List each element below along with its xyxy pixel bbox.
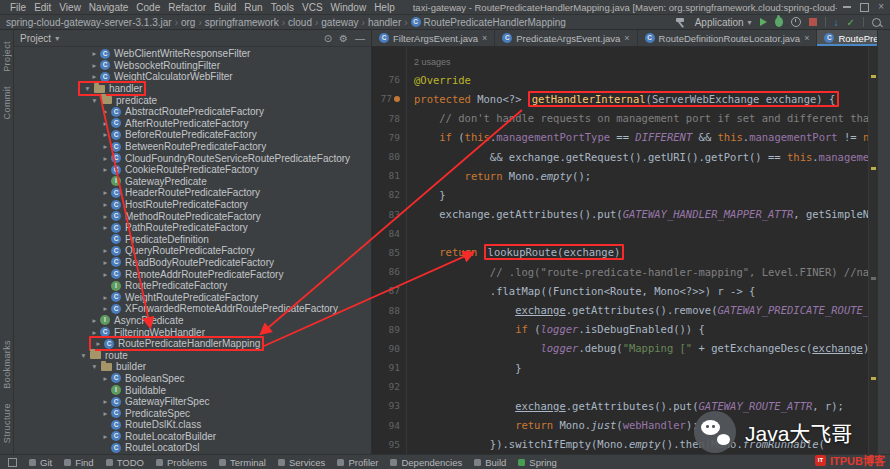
tree-item-builder[interactable]: ▾builder: [14, 361, 371, 373]
inspection-mark[interactable]: [871, 167, 876, 170]
chevron-icon[interactable]: ▸: [100, 119, 111, 128]
tree-item-RouteDslKt.class[interactable]: CRouteDslKt.class: [14, 419, 371, 431]
breadcrumb-item[interactable]: CRoutePredicateHandlerMapping: [411, 17, 566, 28]
tree-item-HeaderRoutePredicateFactory[interactable]: ▸CHeaderRoutePredicateFactory: [14, 187, 371, 199]
breadcrumb-item[interactable]: org: [181, 17, 195, 28]
tree-item-CookieRoutePredicateFactory[interactable]: ▸CCookieRoutePredicateFactory: [14, 164, 371, 176]
breadcrumb-item[interactable]: gateway: [321, 17, 358, 28]
chevron-icon[interactable]: ▸: [93, 339, 104, 348]
project-panel-header[interactable]: Project ▾ ⊙ ⚙ —: [14, 30, 371, 47]
chevron-icon[interactable]: ▸: [100, 212, 111, 221]
settings-gear-icon[interactable]: ⚙: [339, 33, 348, 44]
close-icon[interactable]: ×: [624, 33, 629, 43]
tree-item-RouteLocatorDsl[interactable]: CRouteLocatorDsl: [14, 442, 371, 454]
tree-item-AsyncPredicate[interactable]: ▸IAsyncPredicate: [14, 315, 371, 327]
tree-item-HostRoutePredicateFactory[interactable]: ▸CHostRoutePredicateFactory: [14, 199, 371, 211]
tree-item-WeightRoutePredicateFactory[interactable]: ▸CWeightRoutePredicateFactory: [14, 291, 371, 303]
chevron-icon[interactable]: ▸: [100, 409, 111, 418]
statusbar-services[interactable]: Services: [278, 457, 325, 468]
tree-item-QueryRoutePredicateFactory[interactable]: ▸CQueryRoutePredicateFactory: [14, 245, 371, 257]
statusbar-find[interactable]: Find: [64, 457, 93, 468]
tree-item-GatewayFilterSpec[interactable]: ▸CGatewayFilterSpec: [14, 396, 371, 408]
statusbar-build[interactable]: Build: [474, 457, 506, 468]
tree-item-handler[interactable]: ▾handler: [14, 83, 371, 95]
statusbar-git[interactable]: Git: [29, 457, 52, 468]
statusbar-spring[interactable]: Spring: [518, 457, 556, 468]
statusbar-problems[interactable]: Problems: [156, 457, 207, 468]
breadcrumb-item[interactable]: cloud: [288, 17, 312, 28]
debug-icon[interactable]: [775, 17, 783, 27]
close-icon[interactable]: ×: [804, 33, 809, 43]
tree-item-RoutePredicateFactory[interactable]: IRoutePredicateFactory: [14, 280, 371, 292]
chevron-icon[interactable]: ▸: [100, 107, 111, 116]
git-update-icon[interactable]: ↓: [834, 17, 839, 28]
tree-item-Buildable[interactable]: IBuildable: [14, 384, 371, 396]
chevron-icon[interactable]: ▾: [89, 96, 100, 105]
breadcrumb-item[interactable]: springframework: [205, 17, 279, 28]
error-stripe[interactable]: [868, 47, 877, 454]
menu-file[interactable]: File: [6, 2, 30, 13]
chevron-icon[interactable]: ▸: [100, 270, 111, 279]
tree-item-XForwardedRemoteAddrRoutePredicateFactory[interactable]: ▸CXForwardedRemoteAddrRoutePredicateFact…: [14, 303, 371, 315]
inspection-mark[interactable]: [871, 75, 876, 78]
tab-RoutePredicateHandlerMapping.java[interactable]: CRoutePredicateHandlerMapping.java×: [817, 30, 877, 46]
chevron-icon[interactable]: ▸: [100, 246, 111, 255]
tool-window-toggle-icon[interactable]: [8, 458, 17, 467]
chevron-icon[interactable]: ▸: [100, 188, 111, 197]
breadcrumb-item[interactable]: handler: [368, 17, 401, 28]
menu-edit[interactable]: Edit: [30, 2, 55, 13]
statusbar-todo[interactable]: TODO: [106, 457, 144, 468]
menu-view[interactable]: View: [55, 2, 85, 13]
chevron-icon[interactable]: ▾: [78, 351, 89, 360]
minimize-icon[interactable]: [843, 6, 851, 8]
git-commit-icon[interactable]: ✓: [847, 17, 855, 28]
build-hammer-icon[interactable]: [675, 17, 687, 28]
tab-PredicateArgsEvent.java[interactable]: CPredicateArgsEvent.java×: [495, 30, 637, 46]
chevron-icon[interactable]: ▸: [100, 374, 111, 383]
breadcrumb-item[interactable]: spring-cloud-gateway-server-3.1.3.jar: [6, 17, 172, 28]
menu-refactor[interactable]: Refactor: [164, 2, 210, 13]
close-icon[interactable]: ×: [482, 33, 487, 43]
stop-icon[interactable]: [809, 18, 817, 26]
tree-item-PredicateSpec[interactable]: ▸CPredicateSpec: [14, 407, 371, 419]
tool-button-bookmarks[interactable]: Bookmarks: [2, 340, 12, 389]
tree-item-PredicateDefinition[interactable]: CPredicateDefinition: [14, 234, 371, 246]
chevron-icon[interactable]: ▸: [89, 61, 100, 70]
tree-item-RoutePredicateHandlerMapping[interactable]: ▸CRoutePredicateHandlerMapping: [14, 338, 371, 350]
tree-item-predicate[interactable]: ▾predicate: [14, 94, 371, 106]
chevron-icon[interactable]: ▸: [100, 223, 111, 232]
menu-window[interactable]: Window: [327, 2, 371, 13]
tool-button-commit[interactable]: Commit: [2, 86, 12, 119]
chevron-icon[interactable]: ▸: [100, 165, 111, 174]
chevron-icon[interactable]: ▸: [100, 130, 111, 139]
tree-item-AfterRoutePredicateFactory[interactable]: ▸CAfterRoutePredicateFactory: [14, 118, 371, 130]
chevron-icon[interactable]: ▸: [100, 304, 111, 313]
menu-navigate[interactable]: Navigate: [85, 2, 132, 13]
tab-RouteDefinitionRouteLocator.java[interactable]: CRouteDefinitionRouteLocator.java×: [638, 30, 818, 46]
chevron-icon[interactable]: ▸: [89, 49, 100, 58]
menu-tools[interactable]: Tools: [267, 2, 298, 13]
chevron-icon[interactable]: ▸: [100, 258, 111, 267]
chevron-icon[interactable]: ▸: [89, 316, 100, 325]
locate-icon[interactable]: ⊙: [324, 33, 332, 44]
statusbar-terminal[interactable]: Terminal: [219, 457, 266, 468]
chevron-icon[interactable]: ▸: [100, 293, 111, 302]
close-icon[interactable]: ×: [878, 2, 884, 12]
menu-build[interactable]: Build: [210, 2, 240, 13]
maximize-icon[interactable]: [860, 3, 869, 12]
menu-code[interactable]: Code: [132, 2, 164, 13]
chevron-icon[interactable]: ▾: [89, 362, 100, 371]
statusbar-dependencies[interactable]: Dependencies: [390, 457, 462, 468]
chevron-icon[interactable]: ▸: [100, 397, 111, 406]
tree-item-AbstractRoutePredicateFactory[interactable]: ▸CAbstractRoutePredicateFactory: [14, 106, 371, 118]
menu-help[interactable]: Help: [370, 2, 399, 13]
search-icon[interactable]: [872, 18, 881, 27]
tree-item-WebClientWriteResponseFilter[interactable]: ▸CWebClientWriteResponseFilter: [14, 48, 371, 60]
tree-item-GatewayPredicate[interactable]: IGatewayPredicate: [14, 176, 371, 188]
chevron-icon[interactable]: ▸: [100, 200, 111, 209]
chevron-icon[interactable]: ▸: [100, 154, 111, 163]
tree-item-WebsocketRoutingFilter[interactable]: ▸CWebsocketRoutingFilter: [14, 60, 371, 72]
menu-vcs[interactable]: VCS: [298, 2, 327, 13]
chevron-icon[interactable]: ▸: [100, 142, 111, 151]
chevron-icon[interactable]: ▾: [82, 84, 93, 93]
